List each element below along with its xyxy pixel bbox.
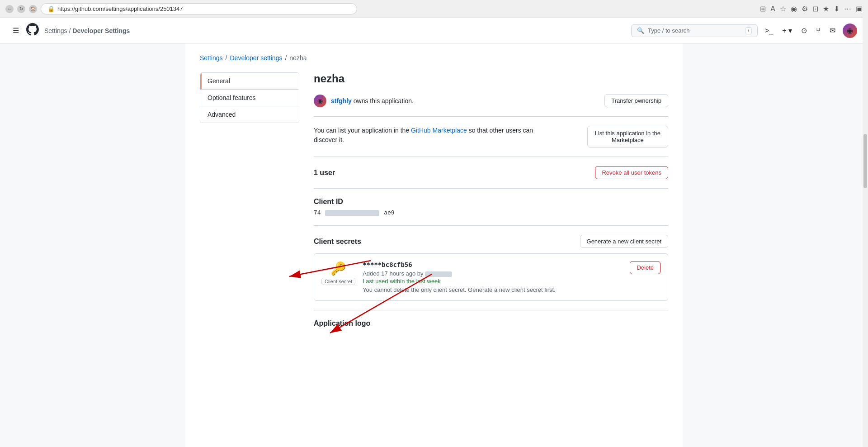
- hamburger-menu[interactable]: ☰: [11, 24, 21, 37]
- list-btn-line1: List this application in the: [595, 130, 660, 137]
- user-avatar[interactable]: ◉: [843, 24, 857, 38]
- sidebar-item-optional-features[interactable]: Optional features: [200, 90, 299, 106]
- secret-box: 🔑 Client secret *****bc8cfb56 Added 17 h…: [314, 253, 668, 301]
- owner-avatar: ◉: [314, 95, 326, 107]
- browser-chrome: ← ↻ 🏠 🔒 https://github.com/settings/appl…: [0, 0, 868, 18]
- home-button[interactable]: 🏠: [29, 5, 37, 13]
- client-id-start: 74: [314, 209, 321, 216]
- secret-icon-label: Client secret: [321, 278, 355, 285]
- client-id-label: Client ID: [314, 198, 668, 206]
- profile-icon[interactable]: Α: [770, 5, 775, 13]
- header-breadcrumb: Settings / Developer Settings: [44, 27, 130, 34]
- secret-user-blurred: [425, 271, 452, 277]
- header-sep: /: [69, 27, 71, 34]
- secret-actions: Delete: [630, 261, 660, 274]
- app-logo-title: Application logo: [314, 319, 668, 328]
- star-icon[interactable]: ★: [823, 5, 829, 13]
- scrollbar-track[interactable]: [863, 0, 868, 447]
- lock-icon: 🔒: [47, 5, 55, 12]
- search-box[interactable]: 🔍 Type / to search /: [631, 24, 758, 37]
- header-right: 🔍 Type / to search / >_ + ▾ ⊙ ⑂ ✉ ◉: [631, 24, 857, 38]
- user-avatar-small[interactable]: ▣: [856, 5, 863, 13]
- refresh-button[interactable]: ↻: [17, 5, 25, 13]
- download-icon[interactable]: ⬇: [834, 5, 840, 13]
- client-id-blurred: [325, 210, 379, 216]
- sidebar-nav: General Optional features Advanced: [200, 72, 299, 123]
- secret-icon-wrap: 🔑 Client secret: [321, 261, 355, 285]
- secret-added-text: Added 17 hours ago by: [363, 270, 423, 277]
- revoke-all-tokens-button[interactable]: Revoke all user tokens: [595, 166, 668, 179]
- marketplace-desc-start: You can list your application in the: [314, 127, 411, 134]
- app-title: nezha: [314, 72, 668, 85]
- terminal-icon[interactable]: >_: [763, 25, 775, 37]
- search-kbd: /: [745, 27, 752, 34]
- pr-icon[interactable]: ⑂: [814, 25, 822, 37]
- breadcrumb-settings[interactable]: Settings: [200, 54, 223, 62]
- marketplace-link[interactable]: GitHub Marketplace: [411, 127, 467, 134]
- owner-row: ◉ stfghly owns this application. Transfe…: [314, 94, 668, 117]
- more-icon[interactable]: ⋯: [844, 5, 851, 13]
- owner-text: stfghly owns this application.: [331, 97, 414, 105]
- secret-info: *****bc8cfb56 Added 17 hours ago by Last…: [363, 261, 623, 293]
- transfer-ownership-button[interactable]: Transfer ownership: [604, 94, 668, 107]
- browser-icons-right: ⊞ Α ☆ ◉ ⚙ ⊡ ★ ⬇ ⋯ ▣: [760, 5, 863, 13]
- owner-username[interactable]: stfghly: [331, 97, 352, 105]
- user-count: 1 user: [314, 169, 335, 177]
- ai-icon[interactable]: ◉: [791, 5, 797, 13]
- back-icon: ←: [7, 6, 12, 11]
- page-breadcrumb: Settings / Developer settings / nezha: [200, 54, 668, 62]
- header-left: ☰ Settings / Developer Settings: [11, 23, 130, 38]
- users-row: 1 user Revoke all user tokens: [314, 166, 668, 189]
- marketplace-description: You can list your application in the Git…: [314, 126, 540, 145]
- back-button[interactable]: ←: [5, 5, 14, 13]
- sidebar: General Optional features Advanced: [200, 72, 299, 328]
- secret-hash: *****bc8cfb56: [363, 261, 623, 268]
- url-text: https://github.com/settings/applications…: [57, 5, 183, 12]
- clock-icon[interactable]: ⊙: [799, 24, 809, 37]
- header-dev-settings-label: Developer Settings: [72, 27, 130, 34]
- sidebar-item-general[interactable]: General: [200, 73, 299, 90]
- search-placeholder: Type / to search: [648, 27, 690, 34]
- secret-last-used: Last used within the last week: [363, 278, 623, 285]
- owner-info: ◉ stfghly owns this application.: [314, 95, 414, 107]
- main-content: nezha ◉ stfghly owns this application. T…: [314, 72, 668, 328]
- url-bar[interactable]: 🔒 https://github.com/settings/applicatio…: [41, 3, 357, 14]
- list-btn-line2: Marketplace: [612, 137, 644, 143]
- client-id-end: ae9: [384, 209, 394, 216]
- key-icon: 🔑: [330, 261, 346, 276]
- content-layout: General Optional features Advanced nezha: [200, 72, 668, 328]
- sidebar-item-advanced[interactable]: Advanced: [200, 106, 299, 123]
- refresh-icon: ↻: [19, 6, 23, 11]
- section-divider: [314, 310, 668, 310]
- search-icon: 🔍: [637, 27, 644, 34]
- home-icon: 🏠: [30, 6, 36, 11]
- breadcrumb-sep1: /: [226, 54, 227, 62]
- breadcrumb-dev-settings[interactable]: Developer settings: [230, 54, 282, 62]
- client-secrets-title: Client secrets: [314, 238, 361, 246]
- client-secrets-section: Client secrets Generate a new client sec…: [314, 235, 668, 301]
- inbox-icon[interactable]: ✉: [828, 24, 837, 37]
- sidebar-advanced-label: Advanced: [208, 111, 236, 118]
- github-logo[interactable]: [26, 23, 39, 38]
- sidebar-general-label: General: [208, 77, 230, 85]
- gh-header: ☰ Settings / Developer Settings 🔍 Type /…: [0, 18, 868, 43]
- list-marketplace-button[interactable]: List this application in the Marketplace: [587, 126, 668, 147]
- client-id-value: 74 ae9: [314, 209, 668, 226]
- app-logo-section: Application logo: [314, 310, 668, 328]
- delete-secret-button[interactable]: Delete: [630, 261, 660, 274]
- breadcrumb-current: nezha: [289, 54, 307, 62]
- split-icon[interactable]: ⊡: [812, 5, 818, 13]
- bookmark-icon[interactable]: ☆: [780, 5, 786, 13]
- generate-secret-button[interactable]: Generate a new client secret: [580, 235, 668, 248]
- extensions-icon[interactable]: ⊞: [760, 5, 766, 13]
- owner-owns-text: owns this application.: [354, 97, 414, 105]
- main-container: Settings / Developer settings / nezha Ge…: [185, 43, 683, 447]
- plus-icon[interactable]: + ▾: [780, 24, 794, 37]
- sidebar-optional-label: Optional features: [208, 94, 256, 101]
- secret-added: Added 17 hours ago by: [363, 270, 623, 277]
- breadcrumb-sep2: /: [285, 54, 287, 62]
- scrollbar-thumb[interactable]: [863, 134, 867, 188]
- page-wrapper: Settings / Developer settings / nezha Ge…: [0, 43, 868, 447]
- settings-icon[interactable]: ⚙: [802, 5, 808, 13]
- header-settings-label: Settings: [44, 27, 67, 34]
